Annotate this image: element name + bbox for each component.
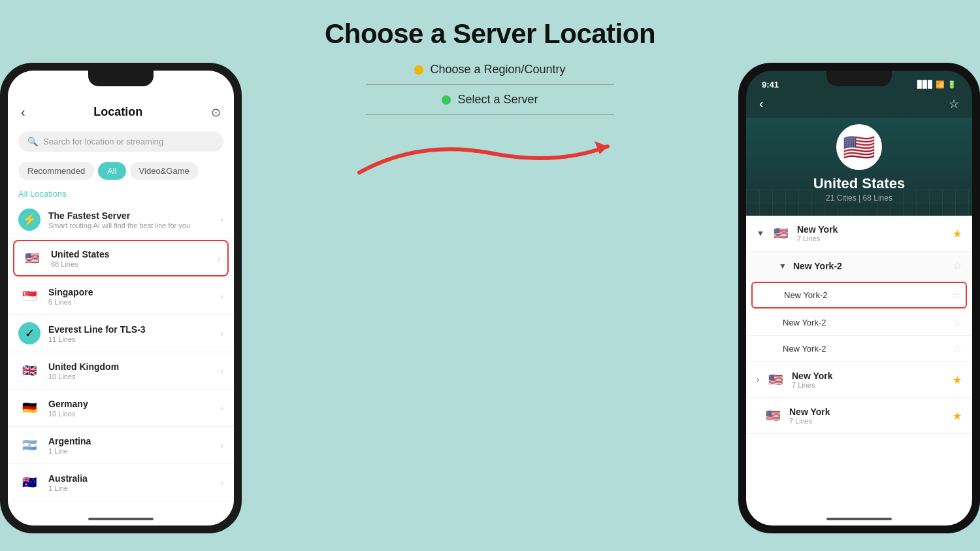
chevron-icon: ›: [220, 291, 223, 301]
us-flag-icon: 🇺🇸: [21, 247, 43, 269]
left-phone-screen: ‹ Location ⊙ 🔍 Search for location or st…: [8, 71, 234, 526]
list-item-sg[interactable]: 🇸🇬 Singapore 5 Lines ›: [8, 278, 234, 315]
ny3-server-star[interactable]: ★: [953, 410, 962, 422]
ny3-flag: 🇺🇸: [763, 406, 783, 426]
left-phone: ‹ Location ⊙ 🔍 Search for location or st…: [0, 63, 242, 533]
step2-label: Select a Server: [457, 93, 538, 107]
sub-server-ny2-selected[interactable]: New York-2 ☆: [751, 282, 967, 309]
de-name: Germany: [48, 399, 220, 409]
ny-info: New York 7 Lines: [797, 224, 953, 242]
uk-name: United Kingdom: [48, 361, 220, 372]
screen-title: Location: [93, 105, 142, 119]
country-flag: 🇺🇸: [836, 124, 882, 170]
search-input[interactable]: 🔍 Search for location or streaming: [18, 131, 223, 152]
everest-name: Everest Line for TLS-3: [48, 324, 220, 335]
status-time: 9:41: [762, 80, 779, 90]
sub-star-icon[interactable]: ☆: [951, 289, 960, 301]
search-placeholder: Search for location or streaming: [43, 137, 163, 146]
tab-recommended[interactable]: Recommended: [18, 162, 94, 180]
server-item-ny1[interactable]: ▼ 🇺🇸 New York 7 Lines ★: [746, 216, 972, 252]
sg-info: Singapore 5 Lines: [48, 287, 220, 306]
ny3-server-name: New York: [789, 407, 953, 417]
list-item-everest[interactable]: ✓ Everest Line for TLS-3 11 Lines ›: [8, 315, 234, 352]
status-icons: ▊▊▊ 📶 🔋: [917, 80, 956, 89]
ny2-server-star[interactable]: ★: [953, 374, 962, 386]
sub-server-ny2-2[interactable]: New York-2 ☆: [746, 310, 972, 336]
chevron-icon: ›: [220, 440, 223, 450]
ny2-star-icon[interactable]: ☆: [953, 259, 962, 272]
list-item-de[interactable]: 🇩🇪 Germany 10 Lines ›: [8, 390, 234, 427]
ny2-flag: 🇺🇸: [766, 370, 785, 390]
fastest-info: The Fastest Server Smart routing AI will…: [48, 210, 220, 229]
detail-star-button[interactable]: ☆: [949, 97, 959, 111]
speed-icon[interactable]: ⊙: [211, 105, 221, 120]
back-button[interactable]: ‹: [21, 105, 25, 120]
sub-star-icon2[interactable]: ☆: [953, 316, 962, 329]
middle-section: Choose a Region/Country Select a Server: [242, 63, 738, 188]
detail-nav: ‹ ☆: [746, 93, 972, 118]
ny3-server-lines: 7 Lines: [789, 417, 953, 425]
tab-all[interactable]: All: [98, 162, 125, 180]
expand-arrow2: ›: [757, 375, 759, 384]
server-list: ▼ 🇺🇸 New York 7 Lines ★ ▼ New York-2 ☆: [746, 216, 972, 526]
chevron-icon: ›: [220, 328, 223, 339]
ny2-name: New York-2: [793, 261, 953, 271]
detail-back-button[interactable]: ‹: [759, 96, 764, 111]
ny2-info: New York-2: [793, 261, 953, 271]
fastest-icon: ⚡: [18, 209, 41, 231]
sub-server-ny2-3[interactable]: New York-2 ☆: [746, 336, 972, 362]
ny2-server-name: New York: [792, 371, 953, 381]
sg-flag-icon: 🇸🇬: [18, 285, 41, 307]
list-item-uk[interactable]: 🇬🇧 United Kingdom 10 Lines ›: [8, 352, 234, 390]
de-info: Germany 10 Lines: [48, 399, 220, 418]
search-bar: 🔍 Search for location or streaming: [8, 126, 234, 158]
step2-dot: [442, 95, 451, 105]
tab-videogame[interactable]: Video&Game: [130, 162, 199, 180]
ar-flag-icon: 🇦🇷: [18, 434, 41, 456]
ny-star-icon[interactable]: ★: [953, 227, 962, 240]
location-list: ⚡ The Fastest Server Smart routing AI wi…: [8, 201, 234, 526]
au-lines: 1 Line: [48, 484, 220, 492]
au-flag-icon: 🇦🇺: [18, 471, 41, 493]
server-item-ny2[interactable]: › 🇺🇸 New York 7 Lines ★: [746, 362, 972, 398]
chevron-icon: ›: [220, 365, 223, 376]
chevron-icon: ›: [220, 214, 223, 225]
red-arrow-svg: [353, 133, 627, 186]
step1-dot: [414, 65, 423, 75]
chevron-icon: ›: [218, 253, 221, 263]
svg-marker-0: [595, 141, 608, 154]
list-item-us[interactable]: 🇺🇸 United States 68 Lines ›: [13, 240, 229, 276]
phone-notch: [88, 71, 154, 86]
ar-lines: 1 Line: [48, 447, 220, 455]
everest-info: Everest Line for TLS-3 11 Lines: [48, 324, 220, 343]
all-locations-label: All Locations: [8, 184, 234, 201]
battery-icon: 🔋: [947, 80, 956, 89]
sub-star-icon3[interactable]: ☆: [953, 342, 962, 355]
arrow-area: [353, 133, 627, 188]
sg-lines: 5 Lines: [48, 298, 220, 306]
ny3-server-info: New York 7 Lines: [789, 407, 953, 425]
server-item-ny3[interactable]: 🇺🇸 New York 7 Lines ★: [746, 398, 972, 434]
list-item-ar[interactable]: 🇦🇷 Argentina 1 Line ›: [8, 427, 234, 464]
list-item-au[interactable]: 🇦🇺 Australia 1 Line ›: [8, 464, 234, 501]
steps-container: Choose a Region/Country Select a Server: [366, 63, 614, 120]
expand-arrow: ▼: [757, 229, 764, 238]
server-subgroup-ny2[interactable]: ▼ New York-2 ☆: [746, 252, 972, 280]
uk-info: United Kingdom 10 Lines: [48, 361, 220, 380]
ny-name: New York: [797, 224, 953, 235]
us-lines: 68 Lines: [51, 260, 218, 268]
ny2-server-info: New York 7 Lines: [792, 371, 953, 389]
home-bar: [88, 518, 154, 520]
ny2-server-lines: 7 Lines: [792, 381, 953, 389]
fastest-name: The Fastest Server: [48, 210, 220, 221]
list-item-fastest[interactable]: ⚡ The Fastest Server Smart routing AI wi…: [8, 201, 234, 239]
step1-label: Choose a Region/Country: [430, 63, 565, 76]
content-area: ‹ Location ⊙ 🔍 Search for location or st…: [0, 63, 980, 533]
sub-expand-arrow: ▼: [779, 261, 787, 271]
signal-icon: ▊▊▊: [917, 80, 933, 89]
uk-lines: 10 Lines: [48, 373, 220, 380]
us-name: United States: [51, 249, 218, 259]
chevron-icon: ›: [220, 477, 223, 488]
us-info: United States 68 Lines: [51, 249, 218, 268]
wifi-icon: 📶: [936, 80, 945, 89]
